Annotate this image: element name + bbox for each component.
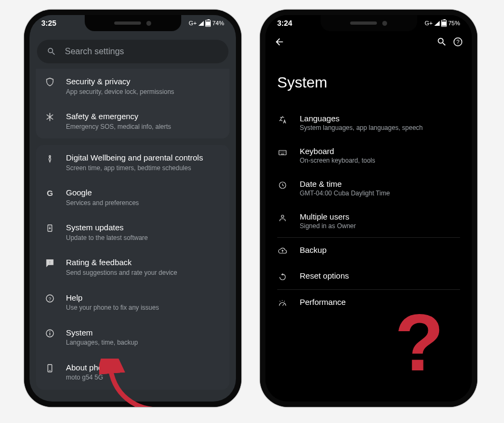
row-title: System updates	[66, 222, 221, 233]
search-icon	[47, 47, 56, 56]
settings-row-google[interactable]: G Google Services and preferences	[36, 180, 229, 215]
wellbeing-icon	[45, 152, 55, 172]
row-title: System	[66, 327, 221, 338]
battery-icon	[205, 20, 211, 27]
svg-point-15	[281, 215, 284, 218]
row-title: About phone	[66, 362, 221, 373]
status-battery: 74%	[212, 20, 224, 26]
row-sub: moto g54 5G	[66, 374, 221, 382]
row-title: Google	[66, 187, 221, 198]
languages-icon	[277, 114, 288, 125]
row-sub: Update to the latest software	[66, 234, 221, 243]
search-button[interactable]	[436, 37, 447, 49]
phone-system: 3:24 G+ 75% ? System Languages System la…	[260, 10, 477, 407]
google-icon: G	[45, 187, 55, 207]
row-sub: Use your phone to fix any issues	[66, 304, 221, 312]
search-placeholder: Search settings	[65, 47, 124, 56]
settings-row-security[interactable]: Security & privacy App security, device …	[36, 69, 229, 104]
row-title: Reset options	[300, 271, 349, 280]
settings-row-wellbeing[interactable]: Digital Wellbeing and parental controls …	[36, 145, 229, 180]
svg-text:?: ?	[48, 296, 51, 301]
row-sub: Services and preferences	[66, 199, 221, 208]
battery-icon	[441, 20, 447, 27]
phone-icon	[45, 362, 55, 382]
svg-rect-7	[49, 332, 50, 335]
page-title: System	[265, 55, 472, 106]
row-title: Rating & feedback	[66, 257, 221, 268]
settings-row-system[interactable]: System Languages, time, backup	[36, 320, 229, 355]
settings-row-feedback[interactable]: Rating & feedback Send suggestions and r…	[36, 250, 229, 285]
system-row-languages[interactable]: Languages System languages, app language…	[265, 106, 472, 139]
row-title: Languages	[300, 114, 423, 123]
performance-icon	[277, 297, 288, 308]
reset-icon	[277, 271, 288, 282]
row-title: Date & time	[300, 179, 390, 188]
clock-icon	[277, 179, 288, 190]
status-battery: 75%	[448, 20, 460, 26]
settings-row-safety[interactable]: Safety & emergency Emergency SOS, medica…	[36, 104, 229, 138]
info-icon	[45, 327, 55, 347]
system-row-keyboard[interactable]: Keyboard On-screen keyboard, tools	[265, 139, 472, 172]
toolbar: ?	[265, 31, 472, 55]
annotation-question-mark: ?	[395, 310, 444, 375]
row-title: Safety & emergency	[66, 111, 221, 122]
settings-row-about[interactable]: About phone moto g54 5G	[36, 355, 229, 390]
settings-row-updates[interactable]: System updates Update to the latest soft…	[36, 215, 229, 250]
row-title: Keyboard	[300, 147, 375, 156]
keyboard-icon	[277, 147, 288, 157]
row-title: Backup	[300, 245, 327, 254]
status-time: 3:24	[277, 19, 292, 27]
signal-icon	[198, 21, 204, 26]
update-icon	[45, 222, 55, 242]
asterisk-icon	[45, 111, 55, 131]
system-row-users[interactable]: Multiple users Signed in as Owner	[265, 205, 472, 237]
row-sub: Emergency SOS, medical info, alerts	[66, 123, 221, 132]
settings-group-main: Digital Wellbeing and parental controls …	[36, 145, 229, 390]
shield-icon	[45, 76, 55, 96]
system-row-backup[interactable]: Backup	[265, 238, 472, 264]
row-title: Digital Wellbeing and parental controls	[66, 152, 221, 163]
svg-rect-10	[49, 370, 51, 371]
help-button[interactable]: ?	[453, 37, 463, 49]
status-time: 3:25	[41, 19, 56, 27]
row-title: Help	[66, 293, 221, 303]
feedback-icon	[45, 257, 55, 277]
svg-text:?: ?	[456, 39, 459, 45]
settings-group-security: Security & privacy App security, device …	[36, 69, 229, 138]
back-button[interactable]	[274, 37, 285, 49]
user-icon	[277, 212, 288, 223]
row-title: Performance	[300, 297, 346, 307]
svg-rect-8	[49, 331, 50, 332]
system-row-datetime[interactable]: Date & time GMT-04:00 Cuba Daylight Time	[265, 172, 472, 205]
row-sub: App security, device lock, permissions	[66, 88, 221, 97]
help-icon: ?	[45, 293, 55, 312]
svg-rect-3	[49, 263, 50, 264]
status-network: G+	[189, 20, 197, 26]
signal-icon	[434, 21, 440, 26]
row-sub: Signed in as Owner	[300, 222, 356, 230]
backup-icon	[277, 245, 288, 256]
row-sub: System languages, app languages, speech	[300, 124, 423, 132]
system-row-reset[interactable]: Reset options	[265, 264, 472, 289]
row-title: Security & privacy	[66, 76, 221, 87]
search-input[interactable]: Search settings	[37, 40, 228, 63]
svg-rect-2	[49, 261, 50, 263]
row-sub: GMT-04:00 Cuba Daylight Time	[300, 189, 390, 197]
row-title: Multiple users	[300, 212, 356, 221]
settings-row-help[interactable]: ? Help Use your phone to fix any issues	[36, 285, 229, 320]
row-sub: On-screen keyboard, tools	[300, 157, 375, 164]
phone-settings: 3:25 G+ 74% Search settings Security & p…	[24, 10, 241, 407]
row-sub: Languages, time, backup	[66, 339, 221, 347]
row-sub: Screen time, app timers, bedtime schedul…	[66, 164, 221, 173]
row-sub: Send suggestions and rate your device	[66, 269, 221, 278]
status-network: G+	[425, 20, 433, 26]
